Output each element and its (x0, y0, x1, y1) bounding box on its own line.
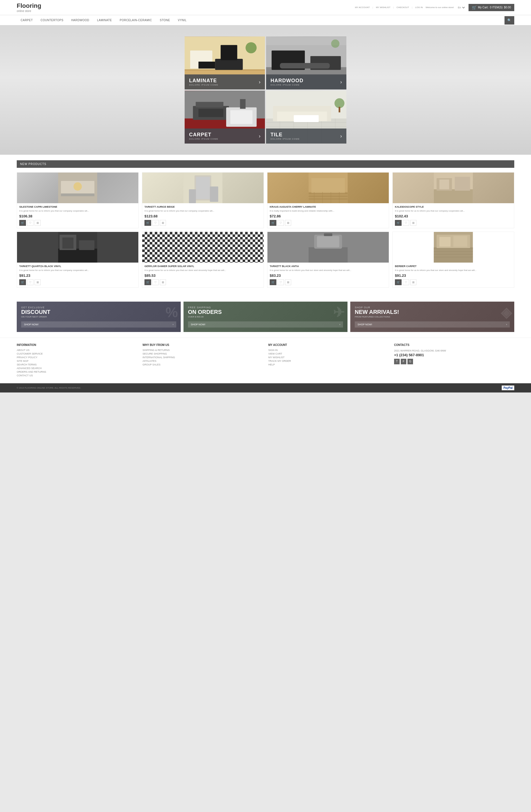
product-image-5[interactable] (142, 232, 263, 263)
footer-link-secure[interactable]: SECURE SHOPPING (143, 352, 263, 355)
compare-7[interactable]: ⊞ (410, 279, 416, 285)
hero-item-tile[interactable]: TILE DOLORE IPSUM COME › (266, 91, 346, 144)
footer-link-about[interactable]: ABOUT US (17, 349, 137, 351)
add-to-cart-0[interactable]: 🛒 (19, 220, 26, 226)
hero-item-laminate[interactable]: LAMINATE DOLORE IPSUM COME › (185, 37, 265, 89)
promo-card-2: ◈ SHOP OUR NEW ARRIVALS! FROM FEATURED C… (350, 302, 514, 332)
svg-rect-4 (215, 59, 243, 70)
promo-pre-2: SHOP OUR (355, 306, 510, 309)
product-image-6[interactable] (268, 232, 389, 263)
promo-pre-0: GET EXCLUSIVE (21, 306, 176, 309)
language-selector[interactable]: En (457, 6, 466, 9)
add-to-cart-6[interactable]: 🛒 (270, 279, 276, 285)
login-link[interactable]: LOG IN (415, 6, 423, 9)
footer-link-international[interactable]: INTERNATIONAL SHIPPING (143, 356, 263, 359)
nav-item-porcelain[interactable]: PORCELAIN-CERAMIC (116, 15, 156, 25)
product-desc-1: It is great home for us to inform you th… (144, 209, 261, 213)
footer-link-customer-service[interactable]: CUSTOMER SERVICE (17, 352, 137, 355)
footer-link-signin[interactable]: SIGN IN (268, 349, 388, 351)
nav-item-countertops[interactable]: COUNTERTOPS (37, 15, 68, 25)
my-wishlist-link[interactable]: MY WISHLIST (376, 6, 390, 9)
footer-link-help[interactable]: HELP (268, 363, 388, 366)
compare-6[interactable]: ⊞ (285, 279, 291, 285)
footer-link-wishlist[interactable]: MY WISHLIST (268, 356, 388, 359)
hero-item-hardwood[interactable]: HARDWOOD DOLORE IPSUM COME › (266, 37, 346, 89)
product-name-4: TARKETT QUARTZA BLACK VINYL (19, 265, 136, 267)
compare-2[interactable]: ⊞ (285, 220, 291, 226)
footer-link-privacy[interactable]: PRIVACY POLICY (17, 356, 137, 359)
header-links: MY ACCOUNT | MY WISHLIST | CHECKOUT | LO… (355, 6, 423, 9)
wishlist-2[interactable]: ♡ (277, 220, 284, 226)
hero-arrow-tile: › (340, 133, 342, 139)
product-name-2: KRAUS AUGUSTA CHERRY LAMINATE (270, 205, 387, 208)
nav-item-hardwood[interactable]: HARDWOOD (67, 15, 93, 25)
nav-item-carpet[interactable]: CARPET (17, 15, 37, 25)
compare-1[interactable]: ⊞ (160, 220, 166, 226)
product-image-1[interactable] (142, 173, 263, 203)
footer-link-view-cart[interactable]: VIEW CART (268, 352, 388, 355)
wishlist-6[interactable]: ♡ (277, 279, 284, 285)
cart-button[interactable]: 🛒 My Cart: 0 ITEM(S) $0.00 (469, 4, 514, 11)
my-account-link[interactable]: MY ACCOUNT (355, 6, 370, 9)
search-button[interactable]: 🔍 (504, 16, 514, 25)
twitter-icon[interactable]: T (394, 359, 400, 364)
product-desc-3: It is great home for us to inform you th… (395, 209, 512, 213)
svg-rect-78 (454, 236, 468, 247)
wishlist-3[interactable]: ♡ (403, 220, 409, 226)
facebook-icon[interactable]: F (401, 359, 406, 364)
footer-link-shipping[interactable]: SHIPPING & RETURNS (143, 349, 263, 351)
hero-title-laminate: LAMINATE (189, 78, 218, 84)
svg-rect-73 (324, 233, 332, 236)
svg-rect-63 (440, 179, 449, 189)
wishlist-4[interactable]: ♡ (27, 279, 33, 285)
hero-caption-laminate: LAMINATE DOLORE IPSUM COME › (185, 74, 265, 89)
footer-link-sitemap[interactable]: SITE MAP (17, 360, 137, 362)
promo-btn-2[interactable]: SHOP NOW! › (355, 321, 510, 328)
svg-rect-77 (440, 237, 451, 247)
nav-item-vynil[interactable]: VYNIL (174, 15, 190, 25)
logo[interactable]: Flooring online store (17, 2, 41, 13)
footer-link-track-order[interactable]: TRACK MY ORDER (268, 360, 388, 362)
hero-title-tile: TILE (271, 132, 300, 138)
promo-sub-1: OVER $ 500.00 (188, 316, 343, 318)
googleplus-icon[interactable]: G (407, 359, 413, 364)
footer-link-contact[interactable]: CONTACT US (17, 374, 137, 377)
cart-label: My Cart: (478, 6, 489, 9)
promo-btn-1[interactable]: SHOP NOW! › (188, 321, 343, 328)
compare-5[interactable]: ⊞ (160, 279, 166, 285)
product-image-4[interactable] (17, 232, 138, 263)
footer-link-orders-returns[interactable]: ORDERS AND RETURNS (17, 371, 137, 373)
wishlist-1[interactable]: ♡ (152, 220, 159, 226)
add-to-cart-2[interactable]: 🛒 (270, 220, 276, 226)
checkout-link[interactable]: CHECKOUT (397, 6, 409, 9)
footer-link-search-terms[interactable]: SEARCH TERMS (17, 363, 137, 366)
add-to-cart-7[interactable]: 🛒 (395, 279, 402, 285)
add-to-cart-4[interactable]: 🛒 (19, 279, 26, 285)
compare-0[interactable]: ⊞ (34, 220, 41, 226)
wishlist-7[interactable]: ♡ (403, 279, 409, 285)
footer-link-advanced-search[interactable]: ADVANCED SEARCH (17, 367, 137, 369)
compare-4[interactable]: ⊞ (34, 279, 41, 285)
nav-item-laminate[interactable]: LAMINATE (93, 15, 116, 25)
product-image-7[interactable] (393, 232, 514, 263)
product-image-3[interactable] (393, 173, 514, 203)
add-to-cart-3[interactable]: 🛒 (395, 220, 402, 226)
add-to-cart-1[interactable]: 🛒 (144, 220, 151, 226)
products-section: NEW PRODUCTS SILESTONE CAPRI LIMESTONE I… (0, 155, 531, 296)
product-desc-6: It is great home for us to inform you th… (270, 269, 387, 272)
product-image-2[interactable] (268, 173, 389, 203)
promo-btn-0[interactable]: SHOP NOW! › (21, 321, 176, 328)
add-to-cart-5[interactable]: 🛒 (144, 279, 151, 285)
hero-item-carpet[interactable]: CARPET DOLORE IPSUM COME › (185, 91, 265, 144)
footer-link-affiliates[interactable]: AFFILIATES (143, 360, 263, 362)
product-image-0[interactable] (17, 173, 138, 203)
promo-btn-arrow-1: › (340, 323, 340, 326)
compare-3[interactable]: ⊞ (410, 220, 416, 226)
nav-items: CARPET COUNTERTOPS HARDWOOD LAMINATE POR… (17, 15, 190, 25)
wishlist-0[interactable]: ♡ (27, 220, 33, 226)
nav-item-stone[interactable]: STONE (156, 15, 174, 25)
product-card-3: KALEIDOSCOPE STYLE It is great home for … (392, 172, 514, 228)
svg-rect-67 (62, 237, 74, 249)
footer-link-group-sales[interactable]: GROUP SALES (143, 363, 263, 366)
wishlist-5[interactable]: ♡ (152, 279, 159, 285)
